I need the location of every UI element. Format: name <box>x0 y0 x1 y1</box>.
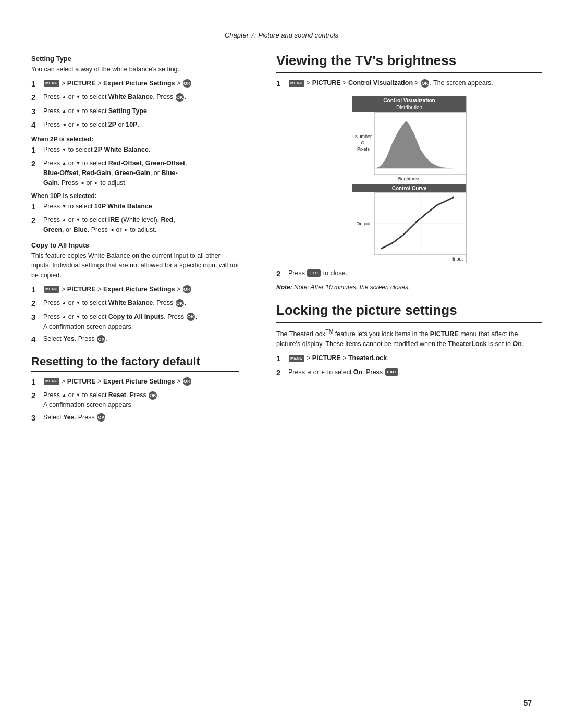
arrow-up-icon: ▲ <box>62 300 66 305</box>
step-3: 3 Press ▲ or ▼ to select Copy to All Inp… <box>31 312 239 332</box>
step-content: Select Yes. Press OK. <box>43 334 239 344</box>
step-number: 1 <box>276 78 286 90</box>
exit-button-icon: EXIT <box>385 368 399 376</box>
step-1: 1 MENU > PICTURE > Expert Picture Settin… <box>31 79 239 90</box>
setting-type-section: Setting Type You can select a way of the… <box>31 55 239 131</box>
setting-type-steps: 1 MENU > PICTURE > Expert Picture Settin… <box>31 79 239 131</box>
resetting-section: Resetting to the factory default 1 MENU … <box>31 355 239 424</box>
step-content: MENU > PICTURE > Expert Picture Settings… <box>43 285 239 294</box>
right-column: Viewing the TV's brightness 1 MENU > PIC… <box>255 48 563 677</box>
arrow-down-icon: ▼ <box>76 94 80 100</box>
step-content: MENU > PICTURE > Expert Picture Settings… <box>43 79 239 89</box>
arrow-up-icon: ▲ <box>62 161 66 166</box>
step-number: 2 <box>31 215 41 227</box>
ok-button-icon: OK <box>176 93 184 102</box>
step-number: 3 <box>31 312 41 324</box>
step-number: 4 <box>31 119 41 131</box>
curve-svg <box>375 193 466 254</box>
chart-x-label: Brightness <box>352 175 466 182</box>
ok-button-icon: OK <box>183 377 191 386</box>
step-content: Press ▲ or ▼ to select White Balance. Pr… <box>43 92 239 102</box>
step-number: 1 <box>31 284 41 296</box>
step-4: 4 Select Yes. Press OK. <box>31 334 239 346</box>
step-number: 1 <box>276 353 286 365</box>
step-content: Press ▲ or ▼ to select Reset. Press OK. … <box>43 390 239 410</box>
ok-button-icon: OK <box>149 391 157 400</box>
step-1: 1 Press ▼ to select 10P White Balance. <box>31 202 239 213</box>
arrow-left-icon: ◄ <box>62 122 66 127</box>
when-10p-section: When 10P is selected: 1 Press ▼ to selec… <box>31 192 239 235</box>
step-number: 2 <box>31 92 41 104</box>
ok-button-icon: OK <box>97 335 105 343</box>
menu-button-icon: MENU <box>289 80 304 87</box>
chart-top-label2: Distribution <box>352 104 466 112</box>
step-4: 4 Press ◄ or ► to select 2P or 10P. <box>31 120 239 131</box>
step-content: Press EXIT to close. <box>288 268 542 278</box>
step-number: 2 <box>276 367 286 379</box>
step-content: Press ▼ to select 2P White Balance. <box>43 145 239 155</box>
resetting-heading: Resetting to the factory default <box>31 355 239 372</box>
copy-all-title: Copy to All Inputs <box>31 241 239 249</box>
arrow-down-icon: ▼ <box>76 108 80 114</box>
arrow-down-icon: ▼ <box>62 203 66 208</box>
arrow-right-icon: ► <box>321 369 325 374</box>
locking-steps: 1 MENU > PICTURE > TheaterLock. 2 Press … <box>276 353 542 378</box>
step-number: 1 <box>31 201 41 213</box>
step-number: 1 <box>31 78 41 90</box>
left-column: Setting Type You can select a way of the… <box>0 48 255 677</box>
chart-area: Control Visualization Distribution Numbe… <box>276 96 542 263</box>
ok-button-icon: OK <box>421 79 429 88</box>
step-2: 2 Press EXIT to close. <box>276 268 542 280</box>
step-2: 2 Press ▲ or ▼ to select Red-Offset, Gre… <box>31 158 239 188</box>
step-2: 2 Press ▲ or ▼ to select IRE (White leve… <box>31 215 239 235</box>
menu-button-icon: MENU <box>289 355 304 362</box>
step-1: 1 MENU > PICTURE > TheaterLock. <box>276 353 542 365</box>
arrow-right-icon: ► <box>94 180 99 186</box>
locking-heading: Locking the picture settings <box>276 302 542 323</box>
step-content: Press ▲ or ▼ to select Red-Offset, Green… <box>43 158 239 188</box>
copy-all-steps: 1 MENU > PICTURE > Expert Picture Settin… <box>31 285 239 346</box>
viewing-step2: 2 Press EXIT to close. <box>276 268 542 280</box>
chart-input-label: Input <box>352 255 466 263</box>
ok-button-icon: OK <box>183 285 191 293</box>
resetting-steps: 1 MENU > PICTURE > Expert Picture Settin… <box>31 377 239 424</box>
step-number: 3 <box>31 412 41 424</box>
ok-button-icon: OK <box>97 413 105 422</box>
chart-container: Control Visualization Distribution Numbe… <box>352 96 467 263</box>
chapter-header: Chapter 7: Picture and sound controls <box>0 31 563 39</box>
when-10p-label: When 10P is selected: <box>31 192 239 200</box>
step-number: 2 <box>31 390 41 402</box>
step-1: 1 MENU > PICTURE > Expert Picture Settin… <box>31 285 239 296</box>
step-content: Press ▲ or ▼ to select Copy to All Input… <box>43 312 239 332</box>
page-number: 57 <box>0 688 563 707</box>
step-2: 2 Press ▲ or ▼ to select Reset. Press OK… <box>31 390 239 410</box>
locking-section: Locking the picture settings The Theater… <box>276 302 542 378</box>
step-1: 1 Press ▼ to select 2P White Balance. <box>31 145 239 156</box>
step-number: 3 <box>31 106 41 118</box>
chart-y-axis-label: Number Of Pixels <box>352 112 374 175</box>
ok-button-icon: OK <box>183 79 191 88</box>
when-10p-steps: 1 Press ▼ to select 10P White Balance. 2… <box>31 202 239 235</box>
step-content: Select Yes. Press OK. <box>43 413 239 423</box>
arrow-up-icon: ▲ <box>62 392 66 398</box>
arrow-down-icon: ▼ <box>76 300 80 305</box>
step-2: 2 Press ▲ or ▼ to select White Balance. … <box>31 92 239 104</box>
copy-all-desc: This feature copies White Balance on the… <box>31 251 239 280</box>
two-col-layout: Setting Type You can select a way of the… <box>0 48 563 677</box>
step-content: Press ▲ or ▼ to select IRE (White level)… <box>43 215 239 235</box>
viewing-heading: Viewing the TV's brightness <box>276 53 542 73</box>
chart-distribution-area <box>374 112 466 175</box>
ok-button-icon: OK <box>176 299 184 307</box>
chart-curve: Output <box>352 192 466 255</box>
step-number: 4 <box>31 334 41 346</box>
step-3: 3 Select Yes. Press OK. <box>31 413 239 424</box>
chart-output-label: Output <box>352 192 374 255</box>
step-content: Press ▲ or ▼ to select White Balance. Pr… <box>43 298 239 308</box>
chart-distribution: Number Of Pixels <box>352 112 466 175</box>
copy-all-section: Copy to All Inputs This feature copies W… <box>31 241 239 346</box>
ok-button-icon: OK <box>187 313 195 321</box>
arrow-up-icon: ▲ <box>62 217 66 223</box>
exit-button-icon: EXIT <box>307 269 321 277</box>
viewing-steps: 1 MENU > PICTURE > Control Visualization… <box>276 78 542 90</box>
menu-button-icon: MENU <box>44 80 59 87</box>
